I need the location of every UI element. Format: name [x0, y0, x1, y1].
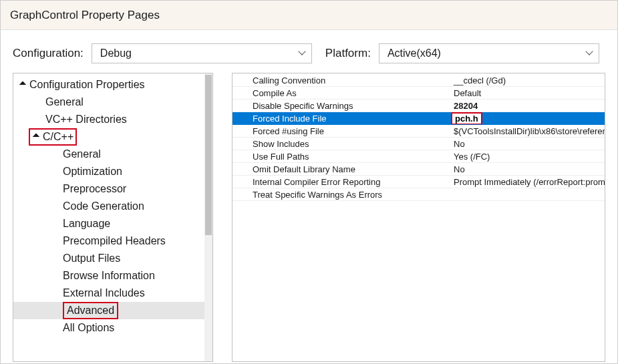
tree-label: Preprocessor — [63, 180, 126, 198]
configuration-value: Debug — [100, 47, 132, 59]
spacer — [35, 116, 43, 124]
grid-row-label: Disable Specific Warnings — [233, 100, 450, 112]
tree-item-general[interactable]: General — [13, 94, 206, 111]
annotation-highlight: pch.h — [451, 112, 482, 124]
tree-label: C/C++ — [43, 128, 73, 146]
tree-item-ccpp[interactable]: C/C++ — [13, 128, 206, 146]
spacer — [52, 289, 60, 297]
grid-row-label: Compile As — [233, 87, 450, 99]
grid-row-label: Internal Compiler Error Reporting — [233, 176, 450, 188]
grid-row[interactable]: Omit Default Library NameNo — [233, 163, 605, 176]
annotation-highlight: Advanced — [63, 302, 118, 319]
spacer — [35, 98, 43, 106]
grid-row-value: $(VCToolsInstallDir)lib\x86\store\refere… — [450, 125, 605, 137]
tree-item-preprocessor[interactable]: Preprocessor — [13, 180, 206, 198]
window-title-bar: GraphControl Property Pages — [1, 1, 617, 30]
grid-row[interactable]: Forced Include Filepch.h — [233, 112, 605, 125]
spacer — [52, 168, 60, 176]
tree-label: Configuration Properties — [29, 76, 145, 94]
grid-row[interactable]: Calling Convention__cdecl (/Gd) — [233, 74, 605, 87]
platform-label: Platform: — [325, 47, 371, 60]
grid-row[interactable]: Compile AsDefault — [233, 87, 605, 100]
property-grid: Calling Convention__cdecl (/Gd)Compile A… — [232, 73, 605, 362]
tree-item-optimization[interactable]: Optimization — [13, 163, 206, 180]
tree-label: Precompiled Headers — [63, 232, 166, 250]
tree-item-all-options[interactable]: All Options — [13, 319, 206, 337]
grid-row[interactable]: Forced #using File$(VCToolsInstallDir)li… — [233, 125, 605, 138]
grid-row-value — [450, 188, 605, 200]
tree-item-advanced[interactable]: Advanced — [13, 302, 206, 319]
tree-label: External Includes — [63, 285, 145, 302]
triangle-down-icon — [19, 81, 27, 89]
tree-item-precompiled-headers[interactable]: Precompiled Headers — [13, 232, 206, 250]
tree-label: Browse Information — [63, 267, 155, 285]
grid-row-value: pch.h — [450, 112, 605, 124]
chevron-down-icon — [587, 50, 593, 57]
platform-dropdown[interactable]: Active(x64) — [379, 43, 599, 63]
configuration-label: Configuration: — [13, 47, 84, 60]
grid-row[interactable]: Disable Specific Warnings28204 — [233, 100, 605, 112]
grid-row-value: 28204 — [450, 100, 605, 112]
spacer — [52, 185, 60, 193]
grid-row-value: No — [450, 163, 605, 175]
tree-label: VC++ Directories — [45, 111, 127, 128]
spacer — [52, 237, 60, 245]
grid-row[interactable]: Treat Specific Warnings As Errors — [233, 188, 605, 201]
grid-row-value: Default — [450, 87, 605, 99]
grid-row[interactable]: Show IncludesNo — [233, 138, 605, 150]
tree-label: Optimization — [63, 163, 122, 180]
grid-row-label: Omit Default Library Name — [233, 163, 450, 175]
grid-row-label: Forced Include File — [233, 112, 450, 124]
chevron-down-icon — [299, 50, 306, 57]
tree-label: Language — [63, 215, 110, 232]
tree-pane: Configuration Properties General VC++ Di… — [13, 73, 213, 362]
grid-row-value: Yes (/FC) — [450, 150, 605, 162]
tree-item-code-generation[interactable]: Code Generation — [13, 198, 206, 215]
tree-item-configuration-properties[interactable]: Configuration Properties — [13, 76, 206, 94]
grid-row[interactable]: Use Full PathsYes (/FC) — [233, 150, 605, 163]
spacer — [52, 272, 60, 280]
grid-row-value: No — [450, 138, 605, 150]
tree-label: Advanced — [67, 305, 114, 316]
platform-value: Active(x64) — [388, 47, 441, 59]
tree-label: Output Files — [63, 250, 120, 267]
toolbar: Configuration: Debug Platform: Active(x6… — [1, 30, 617, 73]
tree-item-vc-directories[interactable]: VC++ Directories — [13, 111, 206, 128]
spacer — [52, 202, 60, 210]
spacer — [52, 220, 60, 228]
tree-item-browse-information[interactable]: Browse Information — [13, 267, 206, 285]
spacer — [52, 324, 60, 332]
grid-row-label: Calling Convention — [233, 74, 450, 86]
tree-label: General — [63, 146, 101, 163]
window-title: GraphControl Property Pages — [10, 9, 160, 22]
content-area: Configuration Properties General VC++ Di… — [1, 73, 617, 362]
grid-row[interactable]: Internal Compiler Error ReportingPrompt … — [233, 176, 605, 188]
grid-row-label: Forced #using File — [233, 125, 450, 137]
configuration-dropdown[interactable]: Debug — [92, 43, 312, 63]
annotation-highlight: C/C++ — [29, 128, 77, 146]
spacer — [52, 307, 60, 315]
tree-item-ccpp-general[interactable]: General — [13, 146, 206, 163]
tree-item-external-includes[interactable]: External Includes — [13, 285, 206, 302]
grid-row-label: Show Includes — [233, 138, 450, 150]
grid-row-label: Use Full Paths — [233, 150, 450, 162]
tree-item-language[interactable]: Language — [13, 215, 206, 232]
scrollbar-thumb[interactable] — [205, 75, 212, 235]
tree-scrollbar[interactable] — [204, 73, 212, 361]
tree-item-output-files[interactable]: Output Files — [13, 250, 206, 267]
triangle-down-icon — [32, 133, 40, 141]
tree-label: All Options — [63, 319, 114, 337]
grid-row-value: __cdecl (/Gd) — [450, 74, 605, 86]
spacer — [52, 254, 60, 262]
spacer — [52, 150, 60, 158]
grid-row-value: Prompt Immediately (/errorReport:prompt) — [450, 176, 605, 188]
tree-label: General — [45, 94, 84, 111]
grid-row-label: Treat Specific Warnings As Errors — [233, 188, 450, 200]
tree-label: Code Generation — [63, 198, 144, 215]
tree-scroll[interactable]: Configuration Properties General VC++ Di… — [13, 76, 206, 359]
